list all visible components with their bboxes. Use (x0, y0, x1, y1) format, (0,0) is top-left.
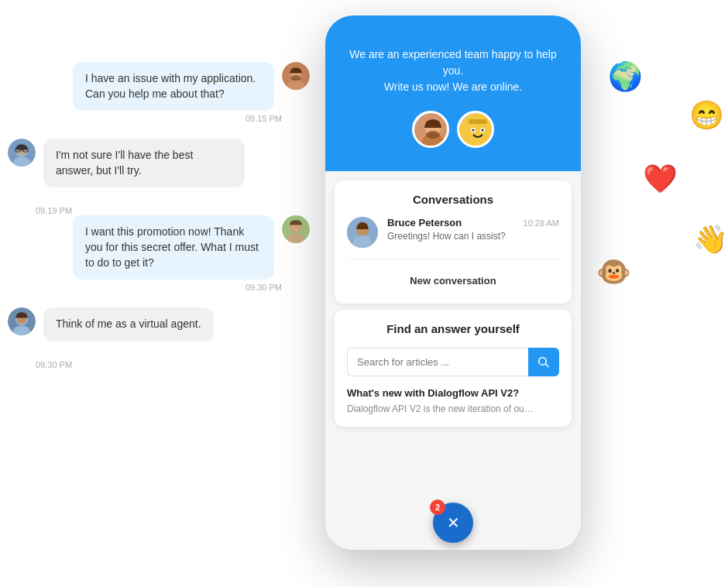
message-1-text: I have an issue with my application. Can… (85, 72, 256, 100)
header-avatar-bearded (412, 111, 449, 148)
message-4-wrapper: Think of me as a virtual agent. (36, 307, 214, 342)
heart-emoji: ❤️ (643, 163, 678, 195)
avatar-1 (282, 62, 310, 90)
bubble-1: I have an issue with my application. Can… (73, 62, 274, 111)
agent-time: 10:28 AM (524, 218, 559, 228)
tagline-line1: We are an experienced team happy to help… (349, 48, 556, 77)
close-icon: ✕ (447, 515, 460, 530)
notification-badge: 2 (430, 499, 445, 515)
avatar-2 (8, 139, 36, 166)
article-title: What's new with Dialogflow API V2? (347, 387, 559, 399)
message-2-text: I'm not sure I'll have the best answer, … (56, 149, 193, 177)
message-2: I'm not sure I'll have the best answer, … (0, 139, 318, 187)
phone-body: Conversations Bruce Peterson 10:28 AM (325, 171, 581, 496)
svg-rect-25 (469, 122, 487, 141)
monkey-emoji: 🐵 (596, 256, 631, 288)
find-answer-title: Find an answer yourself (347, 322, 559, 335)
timestamp-3: 09.30 PM (73, 283, 282, 292)
new-conversation-button[interactable]: New conversation (347, 270, 559, 291)
bubble-4: Think of me as a virtual agent. (43, 307, 214, 342)
find-answer-card: Find an answer yourself What's new with … (335, 310, 572, 427)
message-4-text: Think of me as a virtual agent. (56, 318, 201, 330)
avatar-4 (8, 307, 36, 335)
svg-rect-31 (469, 119, 487, 124)
timestamp-1: 09.15 PM (73, 114, 282, 123)
grin-emoji: 😁 (689, 99, 724, 132)
conversations-card: Conversations Bruce Peterson 10:28 AM (335, 180, 572, 304)
tagline-line2: Write us now! We are online. (384, 81, 522, 93)
header-avatars (344, 111, 562, 148)
close-button[interactable]: 2 ✕ (433, 503, 473, 543)
timestamp-2: 09.19 PM (0, 206, 318, 215)
message-3-wrapper: I want this promotion now! Thank you for… (73, 215, 282, 292)
conv-top: Bruce Peterson 10:28 AM (387, 217, 559, 228)
svg-point-30 (482, 129, 484, 132)
message-2-wrapper: I'm not sure I'll have the best answer, … (36, 139, 245, 187)
search-button[interactable] (528, 348, 559, 376)
timestamp-4: 09.30 PM (0, 360, 318, 369)
message-3-text: I want this promotion now! Thank you for… (85, 225, 259, 268)
agent-name: Bruce Peterson (387, 217, 462, 228)
wave-emoji: 👋 (693, 223, 728, 256)
avatar-3 (282, 215, 310, 243)
phone-widget: We are an experienced team happy to help… (325, 15, 581, 550)
svg-point-29 (472, 129, 475, 132)
conversations-title: Conversations (347, 193, 559, 206)
message-4: Think of me as a virtual agent. (0, 307, 318, 342)
globe-emoji: 🌍 (608, 60, 643, 93)
bubble-3: I want this promotion now! Thank you for… (73, 215, 274, 280)
message-1: I have an issue with my application. Can… (0, 62, 318, 123)
svg-point-23 (426, 131, 440, 139)
message-3: I want this promotion now! Thank you for… (0, 215, 318, 292)
conv-info: Bruce Peterson 10:28 AM Greetings! How c… (387, 217, 559, 242)
conversation-item[interactable]: Bruce Peterson 10:28 AM Greetings! How c… (347, 217, 559, 259)
search-row (347, 348, 559, 376)
agent-greeting: Greetings! How can I assist? (387, 231, 559, 242)
bubble-2: I'm not sure I'll have the best answer, … (43, 139, 245, 187)
header-tagline: We are an experienced team happy to help… (344, 46, 562, 95)
phone-header: We are an experienced team happy to help… (325, 15, 581, 171)
search-icon (537, 356, 550, 369)
conv-avatar (347, 217, 378, 248)
header-avatar-lego (457, 111, 494, 148)
search-input[interactable] (347, 348, 528, 376)
svg-point-4 (291, 75, 301, 81)
chat-area: I have an issue with my application. Can… (0, 62, 318, 369)
article-preview: Dialogflow API V2 is the new iteration o… (347, 403, 559, 414)
message-1-wrapper: I have an issue with my application. Can… (73, 62, 282, 123)
